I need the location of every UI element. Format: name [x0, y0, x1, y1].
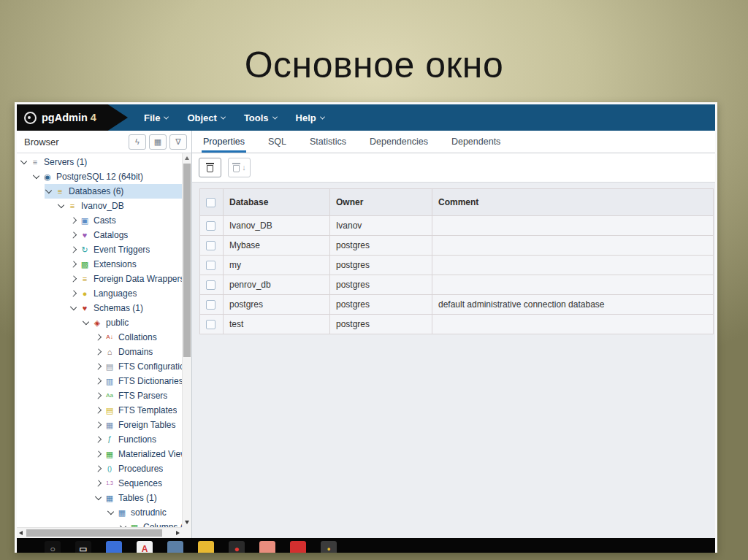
chevron-right-icon[interactable]: [70, 261, 77, 267]
tree-item-servers-1[interactable]: ≡Servers (1): [17, 155, 182, 169]
tree-item-schemas-1[interactable]: ♥Schemas (1): [17, 301, 182, 315]
chevron-right-icon[interactable]: [70, 290, 77, 296]
menu-object[interactable]: Object: [187, 112, 224, 123]
chevron-right-icon[interactable]: [95, 377, 102, 384]
chevron-down-icon[interactable]: [107, 508, 114, 515]
horizontal-scroll-thumb[interactable]: [26, 529, 162, 537]
filter-button[interactable]: ∇: [169, 134, 187, 150]
chevron-right-icon[interactable]: [70, 217, 77, 223]
chevron-down-icon[interactable]: [58, 202, 64, 208]
scroll-right-icon[interactable]: [176, 531, 180, 535]
tree-item-casts[interactable]: ▣Casts: [17, 213, 182, 228]
tree-item-fts-dictionaries[interactable]: ▥FTS Dictionaries: [17, 374, 182, 388]
row-checkbox[interactable]: [206, 280, 215, 290]
chevron-right-icon[interactable]: [70, 231, 77, 238]
table-row-penrov-db[interactable]: penrov_dbpostgres: [200, 275, 714, 295]
steel-app-icon[interactable]: [167, 541, 183, 553]
tree-item-fts-parsers[interactable]: AaFTS Parsers: [17, 388, 182, 403]
tree-item-event-triggers[interactable]: ↻Event Triggers: [17, 242, 182, 257]
tree-item-functions[interactable]: ƒFunctions: [17, 432, 182, 447]
row-checkbox[interactable]: [206, 300, 215, 310]
tree-item-fts-configurations[interactable]: ▤FTS Configurations: [17, 359, 182, 374]
chevron-down-icon[interactable]: [33, 172, 39, 179]
chevron-down-icon[interactable]: [20, 158, 27, 164]
tree-item-procedures[interactable]: ()Procedures: [17, 461, 182, 476]
search-icon[interactable]: ○: [45, 541, 61, 553]
scroll-down-icon[interactable]: [185, 521, 189, 524]
row-checkbox[interactable]: [206, 261, 215, 270]
tree-item-columns-3[interactable]: ▦Columns (3): [17, 520, 182, 527]
chevron-right-icon[interactable]: [95, 334, 102, 340]
tab-dependents[interactable]: Dependents: [450, 131, 502, 153]
dashboard-button[interactable]: ▦: [149, 134, 167, 150]
tree-item-sequences[interactable]: 1.3Sequences: [17, 476, 182, 491]
tree-item-label: Ivanov_DB: [81, 201, 124, 211]
row-checkbox[interactable]: [206, 320, 215, 329]
chevron-right-icon[interactable]: [70, 246, 77, 253]
tree-item-fts-templates[interactable]: ▤FTS Templates: [17, 403, 182, 418]
tree-vertical-scrollbar[interactable]: [182, 153, 191, 527]
chevron-right-icon[interactable]: [95, 392, 102, 399]
chevron-right-icon[interactable]: [70, 275, 77, 282]
menu-file[interactable]: File: [144, 112, 168, 123]
tree-item-materialized-views[interactable]: ▦Materialized Views: [17, 447, 182, 461]
quick-search-button[interactable]: ϟ: [129, 134, 146, 150]
owner-cell: postgres: [330, 315, 432, 334]
tree-item-collations[interactable]: A↓Collations: [17, 330, 182, 345]
tree-item-catalogs[interactable]: ♥Catalogs: [17, 228, 182, 242]
tree-item-domains[interactable]: ⌂Domains: [17, 345, 182, 359]
tab-sql[interactable]: SQL: [267, 131, 288, 153]
tab-statistics[interactable]: Statistics: [308, 131, 348, 153]
scroll-up-icon[interactable]: [185, 156, 189, 160]
task-view-icon[interactable]: ▭: [75, 541, 91, 553]
chevron-right-icon[interactable]: [95, 480, 102, 486]
salmon-app-icon[interactable]: [259, 541, 275, 553]
adobe-red-icon[interactable]: [290, 541, 306, 553]
tree-item-public[interactable]: ◈public: [17, 315, 182, 330]
tree-item-languages[interactable]: ●Languages: [17, 286, 182, 301]
tab-properties[interactable]: Properties: [202, 131, 246, 153]
drop-cascade-button[interactable]: ↓: [228, 158, 251, 177]
chevron-right-icon[interactable]: [95, 407, 102, 413]
chevron-right-icon[interactable]: [95, 436, 102, 442]
tree-item-postgresql-12-64bit[interactable]: ◉PostgreSQL 12 (64bit): [17, 169, 182, 184]
chevron-right-icon[interactable]: [95, 450, 102, 457]
tree-item-inner: ≡Servers (1): [20, 155, 182, 169]
table-row-mybase[interactable]: Mybasepostgres: [200, 236, 714, 256]
tree-item-sotrudnic[interactable]: ▦sotrudnic: [17, 505, 182, 520]
owner-cell: postgres: [330, 295, 432, 315]
chevron-down-icon[interactable]: [45, 187, 52, 193]
chevron-down-icon[interactable]: [83, 318, 89, 325]
tree-horizontal-scrollbar[interactable]: [17, 527, 182, 538]
tree-item-ivanov-db[interactable]: ≡Ivanov_DB: [17, 199, 182, 213]
delete-button[interactable]: [199, 158, 221, 177]
folder-icon[interactable]: [198, 541, 214, 553]
tree-item-foreign-tables[interactable]: ▦Foreign Tables: [17, 418, 182, 432]
chevron-down-icon[interactable]: [70, 304, 77, 310]
vertical-scroll-thumb[interactable]: [183, 164, 191, 357]
tree-item-extensions[interactable]: ▩Extensions: [17, 257, 182, 272]
table-row-postgres[interactable]: postgrespostgresdefault administrative c…: [200, 295, 714, 315]
row-checkbox[interactable]: [206, 241, 215, 250]
table-row-my[interactable]: mypostgres: [200, 256, 714, 275]
row-checkbox[interactable]: [206, 221, 215, 231]
menu-help[interactable]: Help: [296, 112, 324, 123]
table-row-test[interactable]: testpostgres: [200, 315, 714, 334]
misc-app-icon[interactable]: •: [321, 541, 337, 553]
opera-icon[interactable]: ●: [229, 541, 245, 553]
chevron-right-icon[interactable]: [95, 363, 102, 369]
tree-item-tables-1[interactable]: ▦Tables (1): [17, 491, 182, 505]
chevron-right-icon[interactable]: [95, 465, 102, 472]
chevron-right-icon[interactable]: [95, 421, 102, 428]
chevron-down-icon[interactable]: [95, 494, 102, 500]
chevron-right-icon[interactable]: [95, 348, 102, 355]
select-all-checkbox[interactable]: [206, 198, 215, 207]
tab-dependencies[interactable]: Dependencies: [368, 131, 430, 153]
table-row-ivanov-db[interactable]: Ivanov_DBIvanov: [200, 216, 714, 236]
tree-item-foreign-data-wrappers[interactable]: ≡Foreign Data Wrappers: [17, 272, 182, 286]
menu-tools[interactable]: Tools: [244, 112, 277, 123]
blue-app-icon[interactable]: [106, 541, 122, 553]
acrobat-icon[interactable]: A: [137, 541, 153, 553]
scroll-left-icon[interactable]: [19, 531, 23, 535]
tree-item-databases-6[interactable]: ≡Databases (6): [17, 184, 182, 199]
